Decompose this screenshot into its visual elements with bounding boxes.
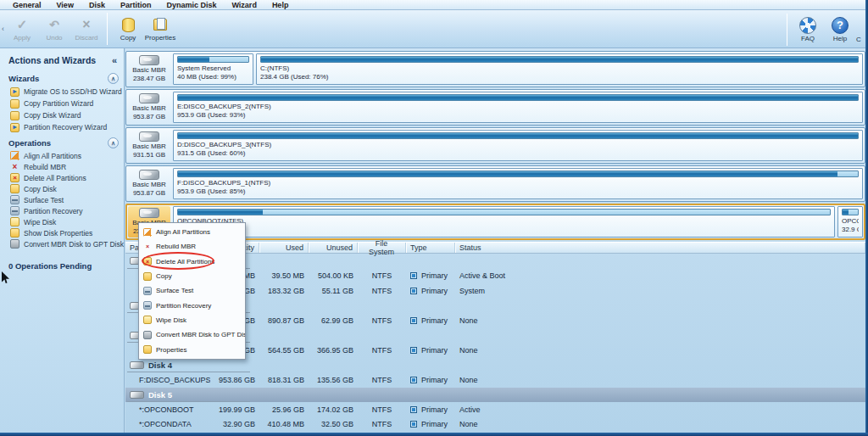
disk-panel-2[interactable]: Basic MBR 953.87 GB E:DISCO_BACKUPS_2(NT… (125, 89, 865, 126)
toolbar-help-area: FAQ ? Help C (782, 10, 861, 48)
section-wizards-header[interactable]: Wizards ∧ (0, 69, 124, 86)
partition-opconboot[interactable]: OPCONBOOT(NTFS) (173, 206, 835, 238)
wipe-icon (143, 316, 152, 324)
x-icon: × (78, 16, 95, 33)
disk-panel-3[interactable]: Basic MBR 931.51 GB D:DISCO_BACKUPS_3(NT… (125, 127, 865, 164)
sidebar-item-label: Delete All Partitions (24, 174, 86, 182)
sidebar-item-rebuild-mbr[interactable]: × Rebuild MBR (0, 161, 124, 172)
disk-group-row-4[interactable]: Disk 4 (125, 358, 865, 373)
disk-size-label: 931.51 GB (133, 151, 165, 159)
context-menu: Align All Partitions × Rebuild MBR × Del… (138, 222, 246, 360)
sidebar-item-copy-disk-wizard[interactable]: Copy Disk Wizard (0, 109, 124, 121)
partition-c[interactable]: C:(NTFS) 238.4 GB (Used: 76%) (256, 53, 863, 85)
sidebar-item-delete-all-partitions[interactable]: × Delete All Partitions (0, 172, 124, 183)
menu-item-rebuild-mbr[interactable]: × Rebuild MBR (139, 239, 245, 254)
faq-button[interactable]: FAQ (792, 12, 824, 48)
cell-type: Primary (406, 376, 455, 384)
wipe-icon (10, 217, 19, 226)
sidebar-item-partition-recovery[interactable]: Partition Recovery (0, 205, 124, 216)
chevron-up-icon[interactable]: ∧ (108, 137, 119, 148)
menu-item-delete-all-partitions[interactable]: × Delete All Partitions (139, 254, 245, 269)
header-status[interactable]: Status (455, 243, 865, 253)
properties-label: Properties (145, 34, 175, 42)
sidebar-item-label: Copy Partition Wizard (24, 99, 93, 108)
sidebar-item-surface-test[interactable]: Surface Test (0, 194, 124, 205)
cell-file-system: NTFS (358, 346, 406, 355)
toolbar-overflow-left-icon[interactable]: ‹ (0, 25, 6, 33)
sidebar-item-partition-recovery-wizard[interactable]: ▸ Partition Recovery Wizard (0, 121, 124, 133)
menu-help[interactable]: Help (264, 0, 297, 10)
undo-button[interactable]: ↶ Undo (38, 11, 70, 47)
apply-button[interactable]: ✓ Apply (6, 11, 38, 47)
menu-general[interactable]: General (5, 0, 49, 10)
sidebar-item-convert-mbr-to-gpt[interactable]: Convert MBR Disk to GPT Disk (0, 238, 124, 249)
menu-item-align-all-partitions[interactable]: Align All Partitions (139, 225, 245, 239)
copy-button[interactable]: Copy (112, 11, 144, 47)
disk-type-label: Basic MBR (132, 66, 166, 75)
disk-group-row-5-selected[interactable]: Disk 5 (125, 388, 865, 403)
sidebar-item-wipe-disk[interactable]: Wipe Disk (0, 216, 124, 227)
menu-item-label: Properties (156, 346, 186, 354)
sidebar-item-copy-disk[interactable]: Copy Disk (0, 183, 124, 194)
cell-status: None (455, 420, 865, 428)
menu-item-label: Surface Test (156, 287, 193, 294)
partition-f-disco-backups-1[interactable]: F:DISCO_BACKUPS_1(NTFS) 953.9 GB (Used: … (173, 168, 863, 199)
table-row-opcondata[interactable]: *:OPCONDATA 32.90 GB 410.48 MB 32.50 GB … (125, 417, 865, 433)
disk-panel-4[interactable]: Basic MBR 953.87 GB F:DISCO_BACKUPS_1(NT… (125, 165, 865, 202)
section-wizards-label: Wizards (8, 74, 39, 83)
apply-label: Apply (14, 34, 31, 42)
chevron-up-icon[interactable]: ∧ (108, 73, 119, 84)
menu-item-copy[interactable]: Copy (139, 269, 245, 283)
cell-used: 25.96 GB (259, 405, 309, 414)
usage-bar (177, 56, 249, 63)
cell-partition: F:DISCO_BACKUPS_1 (125, 376, 210, 384)
table-row-opconboot[interactable]: *:OPCONBOOT 199.99 GB 25.96 GB 174.02 GB… (125, 402, 865, 417)
section-operations-header[interactable]: Operations ∧ (0, 133, 124, 150)
sidebar: Actions and Wizards « Wizards ∧ ▸ Migrat… (0, 48, 125, 433)
sidebar-item-copy-partition-wizard[interactable]: Copy Partition Wizard (0, 98, 124, 109)
partition-opcondata[interactable]: OPCONDATA(NTFS) 32.9 GB (837, 206, 863, 238)
partition-d-disco-backups-3[interactable]: D:DISCO_BACKUPS_3(NTFS) 931.5 GB (Used: … (173, 130, 863, 161)
header-file-system[interactable]: File System (358, 243, 406, 253)
menu-view[interactable]: View (49, 0, 81, 10)
menu-item-wipe-disk[interactable]: Wipe Disk (139, 313, 245, 327)
properties-button[interactable]: Properties (144, 11, 176, 47)
primary-type-icon (410, 421, 417, 428)
menu-item-partition-recovery[interactable]: Partition Recovery (139, 298, 245, 312)
disk-panel-1[interactable]: Basic MBR 238.47 GB System Reserved 40 M… (125, 51, 865, 87)
rebuild-icon: × (10, 162, 19, 171)
header-unused[interactable]: Unused (309, 243, 358, 253)
collapse-sidebar-icon[interactable]: « (112, 55, 117, 65)
menu-item-properties[interactable]: Properties (139, 342, 245, 356)
menu-partition[interactable]: Partition (113, 0, 159, 10)
menu-wizard[interactable]: Wizard (224, 0, 264, 10)
cell-type: Primary (406, 420, 455, 428)
sidebar-item-label: Copy Disk Wizard (24, 111, 81, 120)
section-operations-label: Operations (8, 138, 51, 148)
delete-icon: × (10, 173, 19, 182)
menu-disk[interactable]: Disk (81, 0, 113, 10)
menu-item-label: Wipe Disk (156, 316, 186, 324)
header-used[interactable]: Used (259, 243, 309, 253)
menu-item-surface-test[interactable]: Surface Test (139, 283, 245, 298)
partition-system-reserved[interactable]: System Reserved 40 MB (Used: 99%) (173, 53, 253, 85)
cell-unused: 135.56 GB (309, 376, 358, 384)
cell-used: 410.48 MB (259, 420, 309, 428)
menu-dynamic-disk[interactable]: Dynamic Disk (159, 0, 224, 10)
help-label: Help (833, 35, 847, 42)
sidebar-title: Actions and Wizards « (0, 48, 124, 69)
sidebar-item-migrate-os[interactable]: ▸ Migrate OS to SSD/HD Wizard (0, 86, 124, 98)
sidebar-item-show-disk-properties[interactable]: Show Disk Properties (0, 227, 124, 238)
migrate-wizard-icon: ▸ (10, 87, 19, 97)
menu-item-label: Rebuild MBR (156, 243, 196, 250)
partition-e-disco-backups-2[interactable]: E:DISCO_BACKUPS_2(NTFS) 953.9 GB (Used: … (173, 92, 863, 123)
clipped-toolbar-button[interactable]: C (856, 36, 861, 43)
sidebar-item-align-all-partitions[interactable]: Align All Partitions (0, 150, 124, 161)
discard-button[interactable]: × Discard (70, 11, 103, 47)
table-row-f-disco-backups-1[interactable]: F:DISCO_BACKUPS_1 953.86 GB 818.31 GB 13… (125, 372, 865, 388)
menu-item-convert-mbr-to-gpt[interactable]: Convert MBR Disk to GPT Disk (139, 327, 245, 342)
header-type[interactable]: Type (406, 243, 455, 253)
cell-unused: 366.95 GB (309, 346, 358, 355)
partition-info: 931.5 GB (Used: 60%) (177, 149, 859, 158)
help-button[interactable]: ? Help (824, 12, 856, 48)
